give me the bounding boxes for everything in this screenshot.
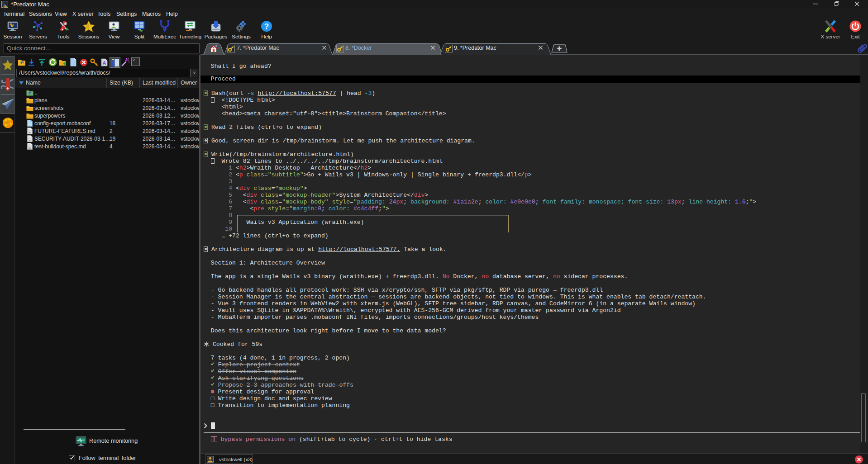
svg-text:MD: MD: [29, 140, 31, 142]
svg-text:?: ?: [264, 22, 269, 31]
svg-text:MD: MD: [29, 132, 31, 134]
svg-text:A: A: [103, 60, 106, 66]
svg-text:MD: MD: [29, 147, 31, 149]
